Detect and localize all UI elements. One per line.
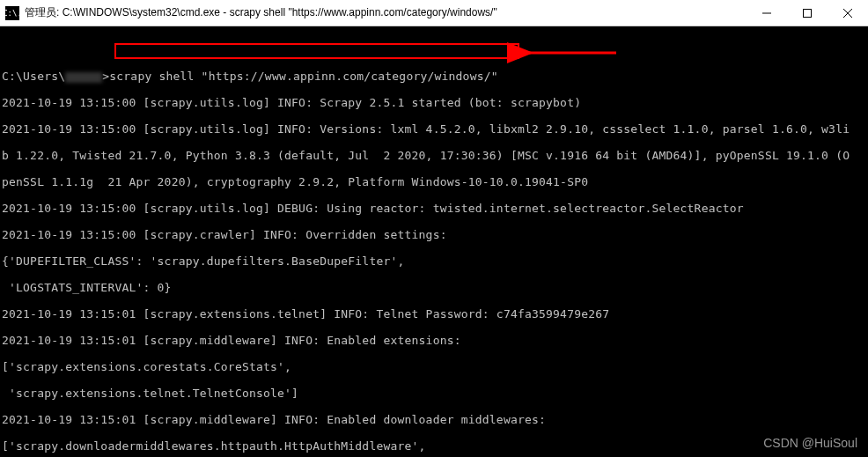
cmd-icon: C:\. [5, 6, 19, 20]
log-line: 2021-10-19 13:15:00 [scrapy.crawler] INF… [2, 228, 866, 241]
prompt-line: C:\Users\>scrapy shell "https://www.appi… [2, 70, 866, 83]
log-line: {'DUPEFILTER_CLASS': 'scrapy.dupefilters… [2, 254, 866, 268]
terminal-output[interactable]: C:\Users\>scrapy shell "https://www.appi… [0, 26, 868, 457]
window-controls [747, 0, 868, 26]
maximize-button[interactable] [787, 0, 828, 26]
close-button[interactable] [828, 0, 868, 26]
log-line: 'LOGSTATS_INTERVAL': 0} [2, 281, 866, 294]
log-line: b 1.22.0, Twisted 21.7.0, Python 3.8.3 (… [2, 149, 866, 162]
log-line: 2021-10-19 13:15:00 [scrapy.utils.log] I… [2, 96, 866, 109]
svg-rect-1 [804, 9, 812, 17]
window-titlebar: C:\. 管理员: C:\WINDOWS\system32\cmd.exe - … [0, 0, 868, 26]
log-line: 'scrapy.extensions.telnet.TelnetConsole'… [2, 387, 866, 400]
log-line: 2021-10-19 13:15:01 [scrapy.extensions.t… [2, 307, 866, 321]
log-line: 2021-10-19 13:15:01 [scrapy.middleware] … [2, 334, 866, 347]
watermark: CSDN @HuiSoul [763, 436, 857, 450]
log-line: penSSL 1.1.1g 21 Apr 2020), cryptography… [2, 175, 866, 188]
log-line: 2021-10-19 13:15:01 [scrapy.middleware] … [2, 413, 866, 426]
log-line: ['scrapy.downloadermiddlewares.httpauth.… [2, 439, 866, 453]
blank-line [2, 43, 866, 56]
redacted-username [65, 72, 102, 83]
window-title: 管理员: C:\WINDOWS\system32\cmd.exe - scrap… [25, 5, 747, 20]
log-line: 2021-10-19 13:15:00 [scrapy.utils.log] I… [2, 122, 866, 136]
minimize-button[interactable] [747, 0, 787, 26]
log-line: 2021-10-19 13:15:00 [scrapy.utils.log] D… [2, 202, 866, 215]
log-line: ['scrapy.extensions.corestats.CoreStats'… [2, 360, 866, 373]
